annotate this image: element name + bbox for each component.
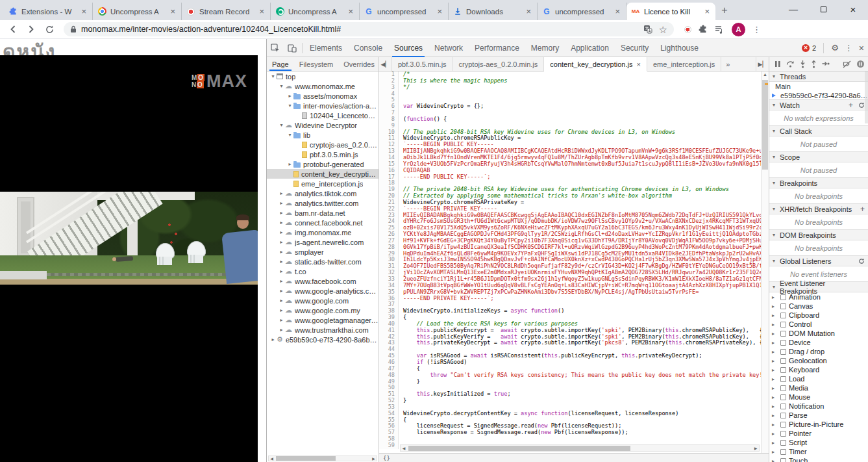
- devtools-tab-network[interactable]: Network: [428, 39, 469, 57]
- checkbox[interactable]: [780, 322, 786, 327]
- expander-closed-icon[interactable]: ▸: [269, 337, 277, 342]
- browser-tab-4[interactable]: Uncompress A×: [271, 3, 360, 20]
- event-category-parse[interactable]: ▸Parse: [769, 411, 868, 420]
- checkbox[interactable]: [780, 358, 786, 364]
- tree-item[interactable]: ▸☁www.google.com: [267, 296, 378, 305]
- stream-recorder-extension-icon[interactable]: [684, 26, 691, 33]
- browser-tab-8[interactable]: MALicence to Kill×: [626, 3, 715, 20]
- expander-closed-icon[interactable]: ▸: [278, 190, 285, 196]
- section-header-breakpoints[interactable]: ▾Breakpoints: [769, 177, 868, 188]
- scroll-right-icon[interactable]: ▶: [371, 456, 377, 461]
- refresh-icon[interactable]: [858, 102, 865, 109]
- scroll-left-icon[interactable]: ◀: [269, 456, 275, 461]
- profile-avatar[interactable]: A: [732, 23, 745, 36]
- scroll-up-icon[interactable]: ▲: [762, 72, 769, 77]
- extensions-puzzle-icon[interactable]: [699, 25, 708, 34]
- tree-item[interactable]: content_key_decryption.js: [267, 169, 378, 179]
- expander-open-icon[interactable]: ▾: [286, 103, 293, 109]
- editor-horizontal-scrollbar[interactable]: ◀ ▶: [400, 444, 760, 452]
- tree-item[interactable]: pbf.3.0.5.min.js: [267, 149, 378, 159]
- step-into-icon[interactable]: [800, 60, 806, 68]
- event-category-media[interactable]: ▸Media: [769, 383, 868, 392]
- expander-closed-icon[interactable]: ▸: [286, 161, 293, 167]
- event-category-pointer[interactable]: ▸Pointer: [769, 429, 868, 438]
- tree-item[interactable]: ▸☁www.google.com.my: [267, 305, 378, 315]
- devtools-tab-sources[interactable]: Sources: [388, 39, 428, 57]
- tree-item[interactable]: ▸☁www.google-analytics.com: [267, 286, 378, 296]
- tree-item[interactable]: ▸⚙e59b59c0-e7f3-4290-8a6b-f20a3b2a36f: [267, 335, 378, 344]
- checkbox[interactable]: [780, 303, 786, 309]
- expander-icon[interactable]: ▸: [772, 303, 778, 309]
- expander-icon[interactable]: ▸: [772, 431, 778, 437]
- tree-item[interactable]: ▾☁Widevine Decryptor: [267, 120, 378, 130]
- tree-item[interactable]: eme_interception.js: [267, 179, 378, 188]
- tree-item[interactable]: ▸☁analytics.tiktok.com: [267, 188, 378, 198]
- checkbox[interactable]: [780, 313, 786, 318]
- add-icon[interactable]: +: [860, 206, 865, 212]
- expander-closed-icon[interactable]: ▸: [278, 259, 285, 264]
- back-button[interactable]: [5, 21, 21, 37]
- event-category-picture-in-picture[interactable]: ▸Picture-in-Picture: [769, 420, 868, 429]
- error-badge[interactable]: ✕2: [802, 44, 816, 52]
- thread-item[interactable]: Main: [769, 82, 868, 91]
- new-tab-button[interactable]: +: [715, 1, 734, 19]
- expander-closed-icon[interactable]: ▸: [278, 278, 285, 284]
- navigator-horizontal-scrollbar[interactable]: ◀ ▶: [268, 456, 377, 461]
- checkbox[interactable]: [780, 458, 786, 462]
- file-tab-eme_interception.js[interactable]: eme_interception.js: [647, 57, 721, 71]
- devtools-close-icon[interactable]: ×: [859, 43, 864, 53]
- file-tab-cryptojs-aes_0.2.0.min.js[interactable]: cryptojs-aes_0.2.0.min.js: [453, 57, 545, 71]
- devtools-tab-performance[interactable]: Performance: [469, 39, 525, 57]
- tab-close-icon[interactable]: ×: [347, 7, 354, 16]
- browser-tab-1[interactable]: Extensions - W×: [4, 3, 93, 20]
- browser-tab-2[interactable]: Uncompress A×: [93, 3, 182, 20]
- expander-closed-icon[interactable]: ▸: [278, 288, 285, 294]
- scrollbar-thumb[interactable]: [408, 446, 630, 451]
- checkbox[interactable]: [780, 394, 786, 400]
- url-text[interactable]: monomax.me/inter-movies/action-adventure…: [81, 25, 341, 34]
- tree-item[interactable]: ▾inter-movies/action-adventure: [267, 101, 378, 110]
- event-category-canvas[interactable]: ▸Canvas: [769, 302, 868, 311]
- tree-item[interactable]: ▸☁bam.nr-data.net: [267, 208, 378, 218]
- expander-icon[interactable]: ▸: [772, 349, 778, 355]
- tree-item[interactable]: ▸☁js-agent.newrelic.com: [267, 237, 378, 247]
- navigator-tab-overrides[interactable]: Overrides: [338, 57, 379, 71]
- checkbox[interactable]: [780, 404, 786, 409]
- event-category-control[interactable]: ▸Control: [769, 320, 868, 329]
- refresh-icon[interactable]: [858, 258, 865, 264]
- browser-tab-6[interactable]: Downloads×: [449, 3, 538, 20]
- expander-icon[interactable]: ▸: [772, 440, 778, 446]
- expander-icon[interactable]: ▸: [772, 376, 778, 382]
- expander-closed-icon[interactable]: ▸: [278, 307, 285, 313]
- section-header-threads[interactable]: ▾Threads: [769, 71, 868, 82]
- maximize-button[interactable]: [808, 0, 838, 18]
- pause-on-exceptions-icon[interactable]: [856, 60, 865, 68]
- devtools-tab-security[interactable]: Security: [615, 39, 654, 57]
- checkbox[interactable]: [780, 340, 786, 346]
- sidebar-scrollbar[interactable]: [865, 71, 868, 123]
- step-icon[interactable]: [822, 61, 830, 68]
- tree-item[interactable]: ▾☁www.monomax.me: [267, 81, 378, 91]
- browser-tab-5[interactable]: Guncompressed×: [360, 3, 449, 20]
- tree-item[interactable]: ▸☁www.trustmarkthai.com: [267, 325, 378, 335]
- expander-icon[interactable]: ▸: [772, 358, 778, 364]
- translate-icon[interactable]: [643, 25, 652, 34]
- event-category-timer[interactable]: ▸Timer: [769, 447, 868, 456]
- navigator-tab-page[interactable]: Page: [267, 57, 294, 71]
- expander-closed-icon[interactable]: ▸: [278, 210, 285, 216]
- expander-icon[interactable]: ▸: [772, 385, 778, 391]
- expander-icon[interactable]: ▸: [772, 394, 778, 400]
- scroll-left-icon[interactable]: ◀: [401, 446, 407, 450]
- inspect-element-icon[interactable]: [267, 40, 284, 57]
- pretty-print-icon[interactable]: {}: [383, 455, 390, 461]
- tab-close-icon[interactable]: ×: [703, 7, 711, 16]
- video-player[interactable]: MO NO MAX: [0, 55, 258, 462]
- playlist-icon[interactable]: [715, 25, 725, 34]
- file-tab-close-icon[interactable]: ×: [636, 60, 640, 68]
- expander-icon[interactable]: ▸: [772, 449, 778, 455]
- file-tab-pbf.3.0.5.min.js[interactable]: pbf.3.0.5.min.js: [392, 57, 453, 71]
- checkbox[interactable]: [780, 385, 786, 391]
- code-area[interactable]: 1/*2This is where the magic happens3*/45…: [379, 71, 761, 453]
- step-out-icon[interactable]: [811, 60, 817, 68]
- devtools-tab-application[interactable]: Application: [565, 39, 615, 57]
